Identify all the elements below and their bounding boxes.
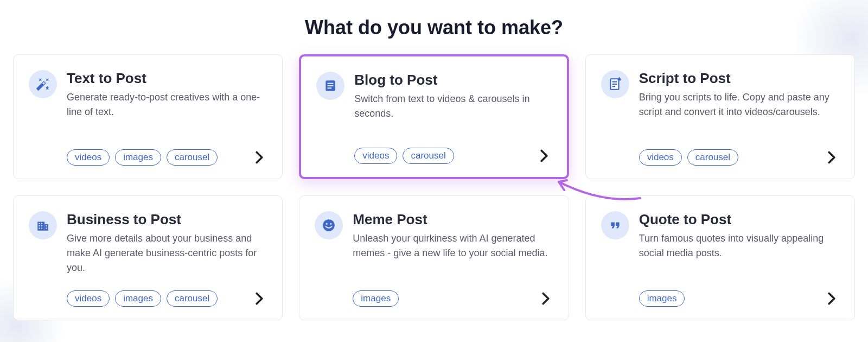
card-title: Blog to Post — [354, 72, 551, 88]
svg-point-22 — [330, 223, 331, 225]
card-text: Blog to Post Switch from text to videos … — [354, 72, 551, 121]
chevron-right-icon[interactable] — [252, 291, 267, 306]
card-text: Script to Post Bring you scripts to life… — [639, 70, 839, 119]
card-header: Text to Post Generate ready-to-post crea… — [29, 70, 267, 119]
card-title: Quote to Post — [639, 211, 839, 228]
chevron-right-icon[interactable] — [252, 150, 267, 165]
svg-rect-18 — [46, 225, 47, 226]
tag-images: images — [639, 290, 685, 307]
card-blog-to-post[interactable]: Blog to Post Switch from text to videos … — [299, 54, 569, 179]
card-description: Bring you scripts to life. Copy and past… — [639, 90, 839, 119]
card-meme-post[interactable]: Meme Post Unleash your quirkiness with A… — [299, 195, 569, 320]
svg-rect-19 — [46, 227, 47, 229]
tag-images: images — [115, 290, 161, 307]
card-description: Give more details about your business an… — [67, 231, 267, 275]
tag-videos: videos — [354, 148, 397, 164]
smile-icon — [315, 211, 343, 239]
tag-videos: videos — [67, 149, 110, 166]
tag-images: images — [353, 290, 399, 307]
card-footer: images — [315, 280, 553, 307]
tag-images: images — [115, 149, 161, 166]
tag-carousel: carousel — [167, 149, 218, 166]
card-title: Script to Post — [639, 70, 839, 87]
chevron-right-icon[interactable] — [538, 291, 553, 306]
card-script-to-post[interactable]: Script to Post Bring you scripts to life… — [585, 54, 855, 179]
card-grid: Text to Post Generate ready-to-post crea… — [0, 54, 868, 320]
tag-carousel: carousel — [403, 148, 454, 164]
card-footer: videosimagescarousel — [29, 280, 267, 307]
card-header: Quote to Post Turn famous quotes into vi… — [601, 211, 839, 261]
card-title: Business to Post — [67, 211, 267, 228]
tag-list: images — [639, 290, 685, 307]
card-title: Text to Post — [67, 70, 267, 87]
tag-list: videosimagescarousel — [67, 290, 218, 307]
tag-carousel: carousel — [167, 290, 218, 307]
card-header: Script to Post Bring you scripts to life… — [601, 70, 839, 119]
card-text-to-post[interactable]: Text to Post Generate ready-to-post crea… — [13, 54, 283, 179]
card-description: Switch from text to videos & carousels i… — [354, 92, 551, 121]
quote-icon — [601, 211, 629, 239]
tag-list: videoscarousel — [354, 148, 454, 164]
card-business-to-post[interactable]: Business to Post Give more details about… — [13, 195, 283, 320]
svg-point-21 — [326, 223, 328, 225]
svg-rect-17 — [41, 227, 42, 229]
card-text: Text to Post Generate ready-to-post crea… — [67, 70, 267, 119]
svg-rect-14 — [39, 225, 40, 226]
svg-rect-3 — [328, 87, 332, 88]
chevron-right-icon[interactable] — [537, 148, 552, 163]
card-description: Generate ready-to-post creatives with a … — [67, 90, 267, 119]
card-title: Meme Post — [353, 211, 553, 228]
tag-videos: videos — [639, 149, 682, 166]
card-quote-to-post[interactable]: Quote to Post Turn famous quotes into vi… — [585, 195, 855, 320]
card-header: Business to Post Give more details about… — [29, 211, 267, 275]
svg-rect-2 — [328, 85, 334, 86]
card-footer: videoscarousel — [316, 137, 551, 164]
building-icon — [29, 211, 57, 239]
svg-rect-1 — [328, 83, 334, 84]
document-icon — [316, 72, 344, 100]
tag-list: images — [353, 290, 399, 307]
svg-rect-11 — [44, 224, 48, 231]
svg-rect-16 — [39, 227, 40, 229]
tag-videos: videos — [67, 290, 110, 307]
card-text: Quote to Post Turn famous quotes into vi… — [639, 211, 839, 261]
svg-rect-13 — [41, 223, 42, 224]
card-footer: images — [601, 280, 839, 307]
card-header: Blog to Post Switch from text to videos … — [316, 72, 551, 121]
wand-icon — [29, 70, 57, 98]
card-footer: videoscarousel — [601, 138, 839, 166]
tag-list: videoscarousel — [639, 149, 738, 166]
card-description: Unleash your quirkiness with AI generate… — [353, 231, 553, 261]
tag-carousel: carousel — [687, 149, 738, 166]
tag-list: videosimagescarousel — [67, 149, 218, 166]
card-text: Business to Post Give more details about… — [67, 211, 267, 275]
script-icon — [601, 70, 629, 98]
chevron-right-icon[interactable] — [824, 150, 839, 165]
card-footer: videosimagescarousel — [29, 138, 267, 166]
chevron-right-icon[interactable] — [824, 291, 839, 306]
card-text: Meme Post Unleash your quirkiness with A… — [353, 211, 553, 261]
svg-rect-15 — [41, 225, 42, 226]
svg-rect-12 — [39, 223, 40, 224]
card-description: Turn famous quotes into visually appeali… — [639, 231, 839, 261]
card-header: Meme Post Unleash your quirkiness with A… — [315, 211, 553, 261]
page-title: What do you want to make? — [0, 16, 868, 39]
svg-point-20 — [323, 219, 335, 231]
